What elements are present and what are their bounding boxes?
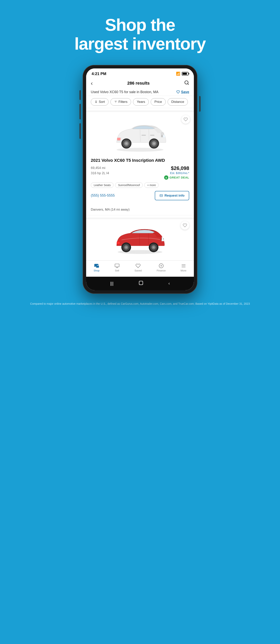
deal-text-1: GREAT DEAL — [170, 176, 189, 179]
disclaimer: Compared to major online automotive mark… — [7, 294, 273, 318]
phone-mockup: 4:21 PM 📶 ‹ 286 results — [83, 65, 197, 294]
distance-filter[interactable]: Distance — [168, 98, 188, 106]
car-listing-2 — [86, 218, 194, 258]
hero-headline: Shop the largest inventory — [66, 0, 213, 65]
feature-leather-1: Leather Seats — [91, 182, 114, 188]
favorite-button-2[interactable] — [181, 221, 189, 230]
price-1: $26,098 — [164, 165, 189, 171]
back-nav-icon[interactable]: ‹ — [168, 281, 170, 286]
svg-rect-22 — [142, 135, 146, 136]
feature-more-1[interactable]: + more — [144, 182, 159, 188]
bottom-nav: Shop Sell Saved — [86, 260, 194, 277]
wifi-icon: 📶 — [176, 72, 180, 76]
phone-screen: 4:21 PM 📶 ‹ 286 results — [86, 68, 194, 290]
nav-more[interactable]: More — [181, 263, 186, 272]
svg-rect-29 — [117, 242, 120, 244]
nav-sell-label: Sell — [115, 269, 119, 272]
favorite-button-1[interactable] — [182, 115, 190, 124]
engine-1: 316 hp 2L I4 — [91, 170, 109, 176]
shop-icon — [94, 263, 99, 268]
car-listing-1: 2021 Volvo XC60 T5 Inscription AWD 69,45… — [86, 110, 194, 215]
car-specs-left-1: 69,454 mi 316 hp 2L I4 — [91, 165, 109, 176]
nav-shop-label: Shop — [94, 269, 99, 272]
mileage-1: 69,454 mi — [91, 165, 109, 170]
svg-point-15 — [125, 142, 128, 145]
volume-up-button — [80, 90, 81, 100]
status-bar: 4:21 PM 📶 — [86, 68, 194, 78]
status-time: 4:21 PM — [92, 72, 106, 76]
car-specs-row-1: 69,454 mi 316 hp 2L I4 $26,098 Est. $391… — [91, 165, 189, 180]
car-price-right-1: $26,098 Est. $391/mo.* ▲ GREAT DEAL — [164, 165, 189, 180]
recent-apps-icon[interactable]: ||| — [110, 281, 114, 286]
power-button — [199, 96, 200, 112]
request-info-button-1[interactable]: Request info — [155, 191, 189, 200]
back-button[interactable]: ‹ — [91, 80, 93, 86]
car-image-container-2 — [86, 219, 194, 258]
filters-filter[interactable]: Filters — [110, 98, 131, 106]
svg-rect-44 — [115, 264, 119, 267]
svg-rect-53 — [139, 281, 143, 285]
search-query-row: Used Volvo XC60 T5 for sale in Boston, M… — [86, 88, 194, 96]
volume-down-button — [80, 104, 81, 120]
svg-point-33 — [125, 246, 127, 248]
nav-shop[interactable]: Shop — [94, 263, 99, 272]
svg-point-41 — [96, 267, 97, 268]
nav-bar: ‹ 286 results — [86, 78, 194, 88]
car-details-1: 2021 Volvo XC60 T5 Inscription AWD 69,45… — [86, 155, 194, 205]
years-filter[interactable]: Years — [133, 98, 149, 106]
price-filter[interactable]: Price — [151, 98, 166, 106]
svg-rect-23 — [150, 135, 154, 136]
location-1: Danvers, MA (14 mi away) — [86, 205, 194, 215]
phone-controls: ||| ‹ — [86, 277, 194, 290]
deal-badge-1: ▲ GREAT DEAL — [164, 176, 189, 180]
saved-icon — [136, 263, 140, 268]
battery-fill — [182, 73, 187, 75]
nav-saved[interactable]: Saved — [134, 263, 142, 272]
filter-row: Sort Filters Years Price Distance — [86, 96, 194, 108]
est-payment-1[interactable]: Est. $391/mo.* — [164, 171, 189, 174]
svg-point-42 — [98, 267, 98, 268]
home-icon[interactable] — [138, 280, 144, 287]
features-row-1: Leather Seats Sunroof/Moonroof + more — [91, 182, 189, 188]
search-query-label: Used Volvo XC60 T5 for sale in Boston, M… — [91, 90, 158, 94]
deal-icon-1: ▲ — [164, 176, 168, 180]
status-icons: 📶 — [176, 72, 188, 76]
car-title-1: 2021 Volvo XC60 T5 Inscription AWD — [91, 158, 189, 163]
car-image-container-1 — [86, 112, 194, 155]
nav-finance-label: Finance — [157, 269, 166, 272]
results-count: 286 results — [127, 81, 150, 86]
phone-link-1[interactable]: (555) 555-5555 — [91, 194, 115, 198]
svg-line-1 — [188, 84, 188, 84]
finance-icon — [159, 263, 164, 268]
battery-icon — [182, 72, 188, 76]
svg-point-37 — [153, 246, 154, 248]
feature-sunroof-1: Sunroof/Moonroof — [115, 182, 143, 188]
svg-rect-11 — [117, 138, 120, 140]
car-image-2 — [110, 222, 170, 254]
nav-finance[interactable]: Finance — [157, 263, 166, 272]
nav-saved-label: Saved — [134, 269, 142, 272]
svg-point-10 — [161, 132, 164, 135]
svg-point-19 — [153, 142, 155, 145]
sell-icon — [114, 263, 120, 268]
sort-filter[interactable]: Sort — [91, 98, 108, 106]
more-icon — [181, 263, 186, 268]
nav-sell[interactable]: Sell — [114, 263, 120, 272]
svg-rect-40 — [96, 266, 99, 268]
svg-rect-43 — [94, 265, 99, 265]
contact-row-1: (555) 555-5555 Request info — [91, 191, 189, 202]
nav-more-label: More — [181, 269, 186, 272]
save-button[interactable]: Save — [176, 90, 189, 94]
search-button[interactable] — [184, 80, 189, 86]
silent-switch — [80, 123, 81, 139]
car-image-1 — [109, 118, 171, 152]
svg-point-7 — [117, 148, 163, 152]
